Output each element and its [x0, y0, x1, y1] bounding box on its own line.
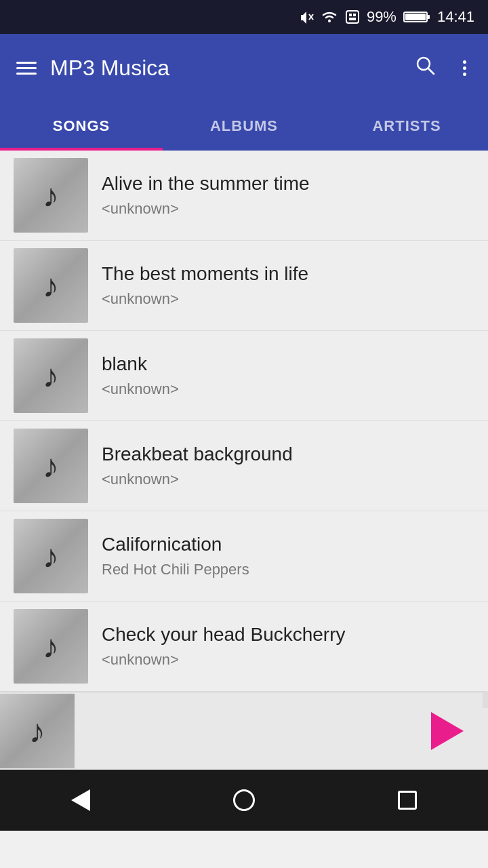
- song-thumbnail: ♪: [14, 248, 88, 323]
- list-item[interactable]: ♪ Check your head Buckcherry <unknown>: [0, 601, 488, 692]
- song-artist: <unknown>: [102, 200, 474, 218]
- wifi-icon: [321, 9, 338, 24]
- song-list: ♪ Alive in the summer time <unknown> ♪ T…: [0, 151, 488, 692]
- svg-rect-4: [349, 14, 352, 16]
- play-icon: [431, 712, 464, 750]
- tab-artists[interactable]: ARTISTS: [325, 102, 488, 151]
- song-artist: <unknown>: [102, 471, 474, 488]
- song-thumbnail: ♪: [14, 519, 88, 593]
- battery-icon: [403, 9, 430, 24]
- back-icon: [71, 789, 90, 811]
- list-item[interactable]: ♪ Alive in the summer time <unknown>: [0, 151, 488, 241]
- menu-line-3: [16, 73, 37, 75]
- recent-button[interactable]: [378, 784, 437, 816]
- song-title: Alive in the summer time: [102, 173, 474, 195]
- sim-icon: [345, 9, 360, 24]
- song-info: Californication Red Hot Chili Peppers: [102, 534, 488, 578]
- battery-percent: 99%: [367, 8, 396, 26]
- app-title: MP3 Musica: [50, 56, 396, 81]
- app-bar: MP3 Musica: [0, 34, 488, 102]
- home-button[interactable]: [213, 783, 275, 818]
- now-playing-bar[interactable]: ♪: [0, 692, 488, 770]
- svg-rect-8: [427, 15, 430, 19]
- tab-albums[interactable]: ALBUMS: [163, 102, 325, 151]
- song-title: blank: [102, 353, 474, 375]
- svg-line-11: [428, 68, 434, 74]
- back-button[interactable]: [51, 783, 110, 818]
- mute-icon: [299, 9, 314, 24]
- song-info: Alive in the summer time <unknown>: [102, 173, 488, 218]
- music-note-icon: ♪: [43, 177, 59, 214]
- music-note-icon: ♪: [43, 357, 59, 395]
- music-note-icon: ♪: [43, 267, 59, 304]
- music-note-icon: ♪: [43, 448, 59, 485]
- status-icons: 99% 14:41: [299, 8, 474, 26]
- svg-rect-5: [353, 14, 356, 16]
- svg-rect-3: [346, 11, 359, 23]
- song-thumbnail: ♪: [14, 429, 88, 503]
- svg-rect-6: [349, 18, 356, 20]
- list-item[interactable]: ♪ Californication Red Hot Chili Peppers: [0, 511, 488, 601]
- song-artist: Red Hot Chili Peppers: [102, 561, 474, 578]
- song-title: Breakbeat background: [102, 443, 474, 465]
- recent-icon: [398, 791, 417, 810]
- time-display: 14:41: [437, 8, 474, 26]
- song-info: Breakbeat background <unknown>: [102, 443, 488, 488]
- search-icon: [415, 56, 436, 76]
- song-thumbnail: ♪: [14, 609, 88, 684]
- song-info: blank <unknown>: [102, 353, 488, 398]
- now-playing-note-icon: ♪: [29, 713, 45, 750]
- song-artist: <unknown>: [102, 290, 474, 308]
- svg-point-2: [328, 20, 331, 22]
- song-artist: <unknown>: [102, 380, 474, 398]
- app-bar-actions: [410, 50, 472, 86]
- song-thumbnail: ♪: [14, 338, 88, 413]
- search-button[interactable]: [410, 50, 441, 86]
- home-icon: [233, 789, 255, 811]
- menu-button[interactable]: [16, 62, 37, 75]
- music-note-icon: ♪: [43, 538, 59, 575]
- list-item[interactable]: ♪ Breakbeat background <unknown>: [0, 421, 488, 511]
- music-note-icon: ♪: [43, 628, 59, 665]
- more-icon: [463, 60, 466, 76]
- song-title: The best moments in life: [102, 263, 474, 285]
- more-button[interactable]: [458, 55, 472, 81]
- song-artist: <unknown>: [102, 651, 474, 669]
- tab-songs[interactable]: SONGS: [0, 102, 163, 151]
- song-info: Check your head Buckcherry <unknown>: [102, 624, 488, 669]
- list-item[interactable]: ♪ blank <unknown>: [0, 331, 488, 421]
- list-item[interactable]: ♪ The best moments in life <unknown>: [0, 241, 488, 331]
- nav-bar: [0, 770, 488, 831]
- song-info: The best moments in life <unknown>: [102, 263, 488, 308]
- status-bar: 99% 14:41: [0, 0, 488, 34]
- song-title: Check your head Buckcherry: [102, 624, 474, 646]
- menu-line-1: [16, 62, 37, 64]
- svg-rect-9: [405, 14, 426, 20]
- song-title: Californication: [102, 534, 474, 555]
- song-thumbnail: ♪: [14, 158, 88, 233]
- menu-line-2: [16, 67, 37, 69]
- play-button[interactable]: [420, 704, 474, 758]
- tabs: SONGS ALBUMS ARTISTS: [0, 102, 488, 151]
- now-playing-thumbnail: ♪: [0, 694, 75, 768]
